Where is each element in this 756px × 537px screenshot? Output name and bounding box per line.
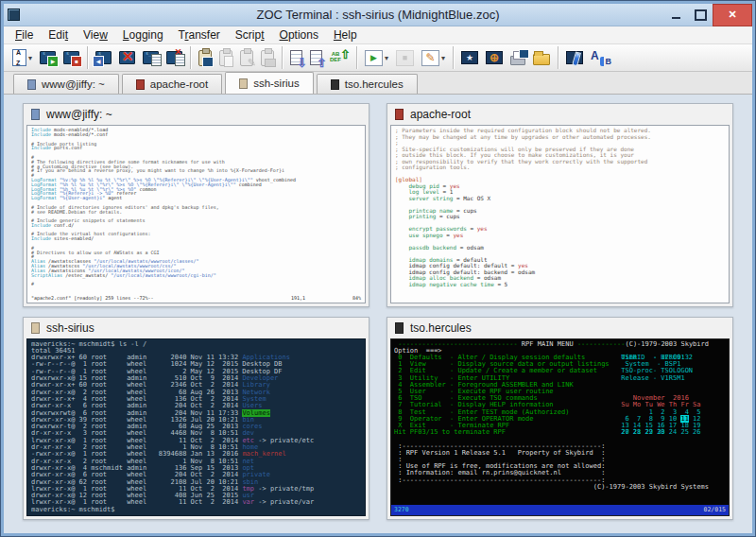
host-directory-button[interactable]: ▾ bbox=[9, 44, 35, 71]
terminal-tso-hercules[interactable]: ------------------------------ RPF MAIN … bbox=[390, 338, 730, 516]
toolbar-separator bbox=[87, 46, 88, 69]
terminal-output: ------------------------------ RPF MAIN … bbox=[394, 341, 726, 504]
session-icon bbox=[27, 79, 36, 90]
open-folder-button[interactable] bbox=[530, 44, 553, 71]
character-set-button[interactable] bbox=[588, 44, 614, 71]
vim-file-info: "apache2.conf" [readonly] 259 lines --72… bbox=[31, 296, 291, 301]
disconnect-icon bbox=[63, 51, 79, 64]
panel-apache-root: apache-root ; Parameters inside the requ… bbox=[387, 103, 733, 306]
send-text-button[interactable] bbox=[327, 44, 352, 71]
panel-title-apache-root[interactable]: apache-root bbox=[390, 104, 730, 125]
menu-logging[interactable]: Logging bbox=[115, 26, 171, 43]
terminal-www-jiffy[interactable]: Include mods-enabled/*.loadInclude mods-… bbox=[26, 125, 366, 303]
toolbar-separator bbox=[356, 46, 357, 69]
tab-www-jiffy-[interactable]: www@jiffy: ~ bbox=[13, 74, 119, 94]
terminal-line: # bbox=[31, 282, 361, 286]
session-grid: www@jiffy: ~ Include mods-enabled/*.load… bbox=[4, 95, 752, 533]
panel-ssh-sirius: ssh-sirius mavericks:~ mschmidt$ ls -l /… bbox=[23, 317, 369, 520]
terminal-line: idmap negative cache time = 5 bbox=[395, 282, 725, 288]
edit-script-button[interactable]: ▾ bbox=[419, 44, 448, 71]
session-log-button[interactable] bbox=[140, 44, 162, 71]
fullscreen-icon bbox=[461, 51, 478, 64]
panel-title-label: ssh-sirius bbox=[46, 321, 94, 335]
toolbar: ▾▾▾ bbox=[4, 44, 752, 72]
window-title: ZOC Terminal : ssh-sirius (MidnightBlue.… bbox=[4, 8, 752, 22]
menu-options[interactable]: Options bbox=[272, 26, 326, 43]
menu-help[interactable]: Help bbox=[326, 26, 365, 43]
clipboard-copy-button bbox=[216, 44, 235, 71]
session-icon bbox=[331, 79, 339, 90]
terminal-output: ; Parameters inside the required configu… bbox=[395, 128, 725, 300]
maximize-button[interactable] bbox=[688, 6, 713, 25]
panel-title-www-jiffy[interactable]: www@jiffy: ~ bbox=[26, 104, 366, 125]
session-icon bbox=[31, 322, 40, 334]
send-file-icon bbox=[310, 50, 322, 65]
terminal-apache-root[interactable]: ; Parameters inside the required configu… bbox=[390, 125, 730, 303]
run-script-icon bbox=[365, 50, 383, 66]
vim-status-line: "apache2.conf" [readonly] 259 lines --72… bbox=[31, 294, 361, 301]
stop-log-button[interactable] bbox=[163, 44, 185, 71]
session-icon bbox=[395, 109, 404, 120]
terminal-3270-status-bar: 3270 02/015 bbox=[391, 505, 729, 515]
previous-session-button[interactable] bbox=[93, 44, 114, 71]
receive-file-button[interactable] bbox=[287, 44, 305, 71]
terminal-line: ------------------------------ RPF MAIN … bbox=[394, 341, 726, 348]
dropdown-caret-icon[interactable]: ▾ bbox=[441, 54, 445, 62]
remote-address-button[interactable] bbox=[483, 44, 506, 71]
tab-tso-hercules[interactable]: tso.hercules bbox=[317, 74, 418, 94]
toolbar-separator bbox=[558, 46, 558, 69]
print-screen-button[interactable] bbox=[507, 44, 528, 71]
paste-button[interactable] bbox=[196, 44, 215, 71]
session-icon bbox=[239, 78, 248, 89]
panel-title-tso-hercules[interactable]: tso.hercules bbox=[390, 318, 730, 338]
dropdown-caret-icon[interactable]: ▾ bbox=[28, 54, 32, 62]
terminal-ssh-sirius[interactable]: mavericks:~ mschmidt$ ls -l /total 36451… bbox=[26, 338, 366, 516]
clipboard-copy-icon bbox=[219, 50, 232, 66]
character-set-icon bbox=[591, 50, 611, 65]
tab-apache-root[interactable]: apache-root bbox=[122, 74, 222, 94]
menu-script[interactable]: Script bbox=[228, 26, 272, 43]
tab-ssh-sirius[interactable]: ssh-sirius bbox=[225, 72, 314, 94]
tab-bar: www@jiffy: ~apache-rootssh-siriustso.her… bbox=[4, 72, 752, 95]
session-icon bbox=[395, 322, 404, 334]
terminal-line: mavericks:~ mschmidt$ bbox=[31, 507, 361, 513]
window-controls bbox=[663, 4, 752, 26]
session-icon bbox=[136, 79, 145, 90]
capture-button[interactable] bbox=[563, 44, 586, 71]
menu-transfer[interactable]: Transfer bbox=[171, 26, 228, 43]
menu-file[interactable]: File bbox=[8, 26, 41, 43]
fullscreen-button[interactable] bbox=[458, 44, 481, 71]
paste-icon bbox=[198, 50, 212, 66]
tab-label: www@jiffy: ~ bbox=[42, 78, 105, 90]
close-session-button[interactable] bbox=[116, 44, 138, 71]
clipboard-edit-icon bbox=[240, 50, 253, 66]
cursor-position-label: 02/015 bbox=[704, 507, 726, 513]
title-bar[interactable]: ZOC Terminal : ssh-sirius (MidnightBlue.… bbox=[4, 4, 752, 26]
terminal-line: mavericks:~ mschmidt$ ls -l / bbox=[31, 341, 361, 348]
menu-view[interactable]: View bbox=[76, 26, 115, 43]
run-script-button[interactable]: ▾ bbox=[362, 44, 391, 71]
terminal-line: Hit PF03/15 to terminate RPF27 28 29 30 bbox=[394, 429, 726, 436]
stop-script-icon bbox=[396, 50, 414, 66]
disconnect-button[interactable] bbox=[60, 44, 82, 71]
panel-title-ssh-sirius[interactable]: ssh-sirius bbox=[26, 318, 366, 338]
panel-title-label: tso.hercules bbox=[410, 321, 472, 335]
app-window: ZOC Terminal : ssh-sirius (MidnightBlue.… bbox=[0, 0, 756, 537]
menu-bar: FileEditViewLoggingTransferScriptOptions… bbox=[4, 26, 752, 44]
panel-title-label: www@jiffy: ~ bbox=[46, 108, 112, 121]
clipboard-print-icon bbox=[261, 50, 274, 66]
connect-button[interactable] bbox=[37, 44, 59, 71]
close-button[interactable] bbox=[713, 4, 752, 26]
previous-session-icon bbox=[95, 51, 112, 64]
dropdown-caret-icon[interactable]: ▾ bbox=[385, 54, 388, 62]
send-file-button[interactable] bbox=[307, 44, 325, 71]
terminal-output: mavericks:~ mschmidt$ ls -l /total 36451… bbox=[31, 341, 361, 513]
open-folder-icon bbox=[533, 54, 550, 65]
vim-ruler: 191,1 bbox=[291, 296, 340, 301]
minimize-button[interactable] bbox=[663, 6, 688, 25]
session-icon bbox=[31, 109, 40, 120]
tab-label: apache-root bbox=[150, 78, 208, 90]
menu-edit[interactable]: Edit bbox=[41, 26, 76, 43]
close-session-icon bbox=[119, 51, 135, 64]
panel-title-label: apache-root bbox=[410, 108, 471, 121]
